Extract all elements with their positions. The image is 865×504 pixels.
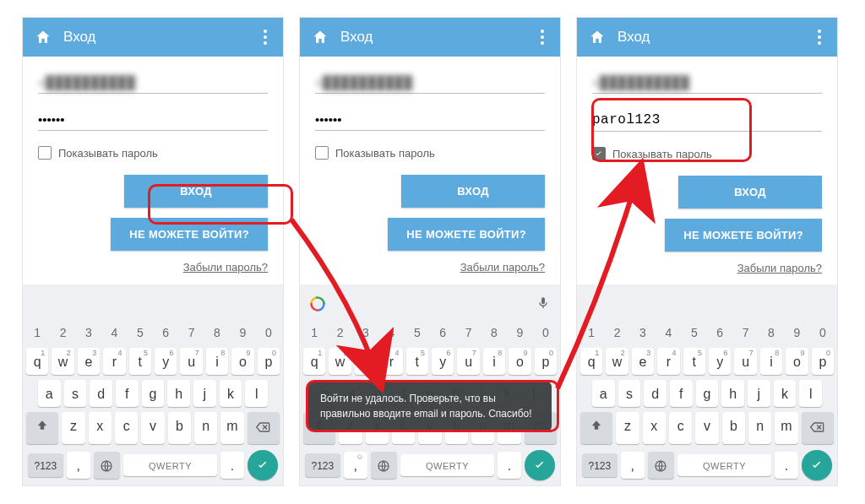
- key-q[interactable]: q1: [580, 348, 602, 375]
- forgot-password-link[interactable]: Забыли пароль?: [460, 261, 545, 274]
- key-5[interactable]: 5: [683, 322, 705, 343]
- key-l[interactable]: l: [799, 380, 822, 407]
- key-7[interactable]: 7: [180, 322, 202, 343]
- email-field[interactable]: +██████████: [315, 72, 545, 94]
- key-t[interactable]: t5: [129, 348, 151, 375]
- comma-key[interactable]: ,: [621, 452, 645, 479]
- key-1[interactable]: 1: [26, 322, 48, 343]
- key-o[interactable]: o9: [786, 348, 808, 375]
- forgot-password-link[interactable]: Забыли пароль?: [183, 261, 268, 274]
- key-9[interactable]: 9: [231, 322, 253, 343]
- key-v[interactable]: v: [695, 412, 718, 444]
- symbols-key[interactable]: ?123: [28, 453, 63, 477]
- key-h[interactable]: h: [721, 380, 744, 407]
- overflow-menu-icon[interactable]: [533, 30, 552, 45]
- key-t[interactable]: t5: [683, 348, 705, 375]
- show-password-checkbox[interactable]: Показывать пароль: [592, 147, 822, 160]
- key-p[interactable]: p0: [535, 348, 557, 375]
- key-o[interactable]: o9: [509, 348, 530, 375]
- key-n[interactable]: n: [194, 412, 217, 444]
- key-v[interactable]: v: [141, 412, 164, 444]
- key-6[interactable]: 6: [432, 322, 454, 343]
- key-2[interactable]: 2: [606, 322, 628, 343]
- period-key[interactable]: .: [220, 452, 244, 479]
- key-s[interactable]: s: [64, 380, 87, 407]
- key-l[interactable]: l: [245, 380, 268, 407]
- key-e[interactable]: e3: [78, 348, 100, 375]
- home-icon[interactable]: [35, 29, 52, 46]
- key-7[interactable]: 7: [734, 322, 756, 343]
- key-1[interactable]: 1: [303, 322, 325, 343]
- key-r[interactable]: r4: [103, 348, 125, 375]
- overflow-menu-icon[interactable]: [810, 30, 829, 45]
- key-8[interactable]: 8: [760, 322, 782, 343]
- space-key[interactable]: QWERTY: [400, 454, 494, 476]
- home-icon[interactable]: [312, 29, 329, 46]
- backspace-key[interactable]: [802, 412, 834, 444]
- key-a[interactable]: a: [38, 380, 61, 407]
- key-4[interactable]: 4: [657, 322, 679, 343]
- overflow-menu-icon[interactable]: [256, 30, 275, 45]
- key-d[interactable]: d: [644, 380, 666, 407]
- shift-key[interactable]: [580, 412, 612, 444]
- key-y[interactable]: y6: [432, 348, 454, 375]
- key-e[interactable]: e3: [632, 348, 654, 375]
- key-q[interactable]: q1: [303, 348, 325, 375]
- key-d[interactable]: d: [90, 380, 112, 407]
- key-c[interactable]: c: [669, 412, 692, 444]
- key-x[interactable]: x: [643, 412, 666, 444]
- key-z[interactable]: z: [616, 412, 639, 444]
- key-p[interactable]: p0: [258, 348, 280, 375]
- period-key[interactable]: .: [498, 452, 521, 479]
- key-i[interactable]: i8: [760, 348, 782, 375]
- key-k[interactable]: k: [220, 380, 242, 407]
- globe-key[interactable]: [371, 452, 397, 479]
- key-n[interactable]: n: [748, 412, 771, 444]
- login-button[interactable]: ВХОД: [678, 176, 822, 209]
- show-password-checkbox[interactable]: Показывать пароль: [38, 146, 268, 160]
- key-w[interactable]: w2: [606, 348, 628, 375]
- enter-key[interactable]: [525, 450, 555, 480]
- key-3[interactable]: 3: [78, 322, 100, 343]
- key-c[interactable]: c: [115, 412, 138, 444]
- show-password-checkbox[interactable]: Показывать пароль: [315, 146, 545, 160]
- key-3[interactable]: 3: [355, 322, 377, 343]
- email-field[interactable]: +██████████: [592, 72, 822, 94]
- comma-key[interactable]: ,☺: [344, 452, 367, 479]
- enter-key[interactable]: [802, 450, 832, 480]
- key-6[interactable]: 6: [155, 322, 177, 343]
- globe-key[interactable]: [648, 452, 674, 479]
- key-y[interactable]: y6: [155, 348, 177, 375]
- period-key[interactable]: .: [775, 452, 798, 479]
- key-y[interactable]: y6: [709, 348, 731, 375]
- key-z[interactable]: z: [62, 412, 84, 444]
- key-w[interactable]: w2: [52, 348, 73, 375]
- key-9[interactable]: 9: [509, 322, 530, 343]
- key-u[interactable]: u7: [734, 348, 756, 375]
- key-t[interactable]: t5: [406, 348, 428, 375]
- key-r[interactable]: r4: [380, 348, 402, 375]
- space-key[interactable]: QWERTY: [123, 454, 217, 476]
- comma-key[interactable]: ,: [67, 452, 90, 479]
- key-q[interactable]: q1: [26, 348, 48, 375]
- key-b[interactable]: b: [722, 412, 745, 444]
- backspace-key[interactable]: [248, 412, 280, 444]
- key-u[interactable]: u7: [180, 348, 202, 375]
- key-4[interactable]: 4: [103, 322, 125, 343]
- key-1[interactable]: 1: [580, 322, 602, 343]
- password-field[interactable]: ••••••: [315, 109, 545, 131]
- key-7[interactable]: 7: [457, 322, 479, 343]
- key-b[interactable]: b: [168, 412, 191, 444]
- key-r[interactable]: r4: [657, 348, 679, 375]
- key-f[interactable]: f: [116, 380, 139, 407]
- key-i[interactable]: i8: [483, 348, 505, 375]
- key-k[interactable]: k: [774, 380, 797, 407]
- key-5[interactable]: 5: [406, 322, 428, 343]
- cant-login-button[interactable]: НЕ МОЖЕТЕ ВОЙТИ?: [111, 218, 268, 251]
- key-g[interactable]: g: [142, 380, 165, 407]
- key-p[interactable]: p0: [812, 348, 834, 375]
- key-m[interactable]: m: [220, 412, 243, 444]
- key-h[interactable]: h: [167, 380, 190, 407]
- cant-login-button[interactable]: НЕ МОЖЕТЕ ВОЙТИ?: [388, 218, 545, 251]
- password-field[interactable]: ••••••: [38, 109, 268, 131]
